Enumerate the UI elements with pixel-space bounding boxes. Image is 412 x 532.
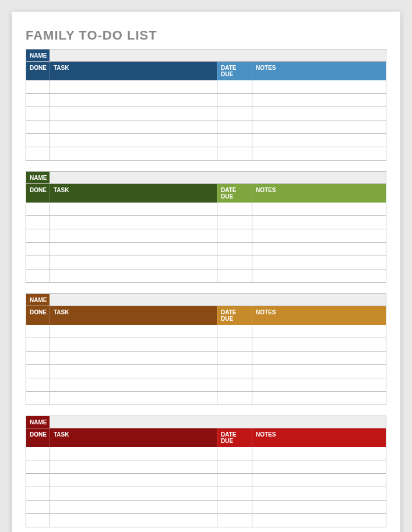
done-cell[interactable]: [26, 94, 50, 107]
task-cell[interactable]: [50, 352, 217, 364]
done-cell[interactable]: [26, 392, 50, 405]
task-cell[interactable]: [50, 216, 217, 229]
date-due-cell[interactable]: [217, 269, 252, 282]
done-cell[interactable]: [26, 352, 50, 364]
task-cell[interactable]: [50, 203, 217, 215]
notes-cell[interactable]: [252, 243, 386, 256]
task-cell[interactable]: [50, 487, 217, 500]
date-due-cell[interactable]: [217, 325, 252, 338]
notes-cell[interactable]: [252, 487, 386, 500]
notes-cell[interactable]: [252, 147, 386, 160]
done-cell[interactable]: [26, 325, 50, 338]
done-cell[interactable]: [26, 134, 50, 147]
notes-cell[interactable]: [252, 338, 386, 351]
task-cell[interactable]: [50, 460, 217, 473]
notes-cell[interactable]: [252, 94, 386, 107]
task-cell[interactable]: [50, 392, 217, 405]
done-cell[interactable]: [26, 216, 50, 229]
task-cell[interactable]: [50, 501, 217, 513]
done-cell[interactable]: [26, 460, 50, 473]
notes-cell[interactable]: [252, 325, 386, 338]
done-cell[interactable]: [26, 338, 50, 351]
date-due-cell[interactable]: [217, 203, 252, 215]
task-cell[interactable]: [50, 474, 217, 487]
notes-cell[interactable]: [252, 460, 386, 473]
notes-cell[interactable]: [252, 229, 386, 242]
notes-cell[interactable]: [252, 256, 386, 269]
notes-cell[interactable]: [252, 514, 386, 527]
date-due-cell[interactable]: [217, 256, 252, 269]
name-input[interactable]: [50, 416, 386, 428]
done-cell[interactable]: [26, 256, 50, 269]
task-cell[interactable]: [50, 447, 217, 460]
done-cell[interactable]: [26, 107, 50, 120]
notes-cell[interactable]: [252, 392, 386, 405]
date-due-cell[interactable]: [217, 392, 252, 405]
date-due-cell[interactable]: [217, 338, 252, 351]
date-due-cell[interactable]: [217, 94, 252, 107]
done-cell[interactable]: [26, 229, 50, 242]
date-due-cell[interactable]: [217, 134, 252, 147]
name-input[interactable]: [50, 294, 386, 306]
task-cell[interactable]: [50, 514, 217, 527]
notes-cell[interactable]: [252, 120, 386, 133]
notes-cell[interactable]: [252, 134, 386, 147]
notes-cell[interactable]: [252, 216, 386, 229]
task-cell[interactable]: [50, 107, 217, 120]
task-cell[interactable]: [50, 256, 217, 269]
notes-cell[interactable]: [252, 365, 386, 378]
date-due-cell[interactable]: [217, 216, 252, 229]
notes-cell[interactable]: [252, 447, 386, 460]
done-cell[interactable]: [26, 378, 50, 391]
done-cell[interactable]: [26, 203, 50, 215]
task-cell[interactable]: [50, 134, 217, 147]
date-due-cell[interactable]: [217, 447, 252, 460]
notes-cell[interactable]: [252, 107, 386, 120]
date-due-cell[interactable]: [217, 365, 252, 378]
done-cell[interactable]: [26, 501, 50, 513]
task-cell[interactable]: [50, 147, 217, 160]
task-cell[interactable]: [50, 365, 217, 378]
task-cell[interactable]: [50, 243, 217, 256]
done-cell[interactable]: [26, 269, 50, 282]
done-cell[interactable]: [26, 147, 50, 160]
done-cell[interactable]: [26, 447, 50, 460]
date-due-cell[interactable]: [217, 352, 252, 364]
done-cell[interactable]: [26, 487, 50, 500]
notes-cell[interactable]: [252, 501, 386, 513]
task-cell[interactable]: [50, 378, 217, 391]
date-due-cell[interactable]: [217, 487, 252, 500]
done-cell[interactable]: [26, 243, 50, 256]
date-due-cell[interactable]: [217, 474, 252, 487]
date-due-cell[interactable]: [217, 514, 252, 527]
notes-cell[interactable]: [252, 269, 386, 282]
date-due-cell[interactable]: [217, 107, 252, 120]
notes-cell[interactable]: [252, 474, 386, 487]
task-cell[interactable]: [50, 229, 217, 242]
notes-cell[interactable]: [252, 203, 386, 215]
task-cell[interactable]: [50, 94, 217, 107]
task-cell[interactable]: [50, 80, 217, 93]
notes-cell[interactable]: [252, 80, 386, 93]
task-cell[interactable]: [50, 120, 217, 133]
notes-cell[interactable]: [252, 378, 386, 391]
date-due-cell[interactable]: [217, 120, 252, 133]
date-due-cell[interactable]: [217, 229, 252, 242]
notes-cell[interactable]: [252, 352, 386, 364]
done-cell[interactable]: [26, 365, 50, 378]
date-due-cell[interactable]: [217, 378, 252, 391]
date-due-cell[interactable]: [217, 501, 252, 513]
task-cell[interactable]: [50, 338, 217, 351]
date-due-cell[interactable]: [217, 243, 252, 256]
task-cell[interactable]: [50, 269, 217, 282]
date-due-cell[interactable]: [217, 80, 252, 93]
name-input[interactable]: [50, 172, 386, 183]
date-due-cell[interactable]: [217, 460, 252, 473]
done-cell[interactable]: [26, 80, 50, 93]
done-cell[interactable]: [26, 514, 50, 527]
name-input[interactable]: [50, 49, 386, 61]
task-cell[interactable]: [50, 325, 217, 338]
done-cell[interactable]: [26, 120, 50, 133]
done-cell[interactable]: [26, 474, 50, 487]
date-due-cell[interactable]: [217, 147, 252, 160]
